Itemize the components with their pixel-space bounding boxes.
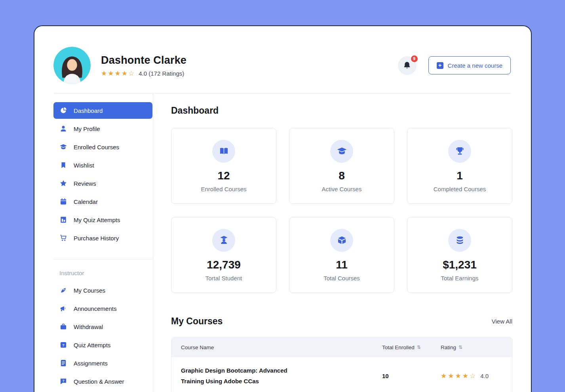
page-title: Dashboard — [171, 105, 512, 116]
column-total-enrolled: Total Enrolled ⇅ — [382, 344, 441, 350]
notifications-button[interactable]: 9 — [398, 56, 417, 75]
course-name[interactable]: Graphic Design Bootcamp: Advanced Traini… — [181, 365, 298, 386]
sidebar-item-enrolled-courses[interactable]: Enrolled Courses — [53, 139, 152, 155]
star-rating-icon: ★★★★☆ — [101, 70, 135, 77]
quiz-chart-icon — [59, 216, 67, 224]
sidebar-item-reviews[interactable]: Reviews — [53, 175, 152, 192]
header: Dashonte Clarke ★★★★☆ 4.0 (172 Ratings) … — [53, 44, 511, 87]
sidebar-item-label: Withdrawal — [74, 323, 103, 330]
stat-value: 1 — [457, 169, 463, 182]
column-rating: Rating ⇅ — [441, 344, 502, 350]
stat-card-total-courses: 11 Total Courses — [289, 217, 394, 293]
sidebar-item-label: My Profile — [74, 126, 100, 132]
stat-label: Completed Courses — [434, 186, 486, 192]
stat-label: Total Courses — [323, 275, 360, 282]
sidebar-item-label: My Courses — [74, 287, 105, 294]
dashboard-icon — [59, 107, 67, 114]
table-row[interactable]: Graphic Design Bootcamp: Advanced Traini… — [171, 357, 512, 392]
sidebar-item-label: Enrolled Courses — [74, 144, 119, 150]
sidebar-item-question-answer[interactable]: ? Question & Answer — [53, 373, 152, 390]
bell-icon — [403, 61, 411, 70]
stat-value: 11 — [336, 259, 348, 271]
sidebar-item-quiz-attempts[interactable]: ? Quiz Attempts — [53, 337, 152, 353]
sidebar-item-my-quiz-attempts[interactable]: My Quiz Attempts — [53, 211, 152, 228]
sidebar-item-label: Dashboard — [74, 107, 103, 114]
user-rating: ★★★★☆ 4.0 (172 Ratings) — [101, 70, 186, 77]
stat-card-enrolled-courses: 12 Enrolled Courses — [171, 128, 276, 204]
sidebar-item-label: Wishlist — [74, 162, 94, 169]
avatar — [53, 47, 91, 84]
sidebar-item-wishlist[interactable]: Wishlist — [53, 157, 152, 173]
assignment-icon — [59, 359, 67, 367]
sidebar-divider — [153, 93, 153, 392]
svg-text:?: ? — [62, 343, 65, 347]
create-course-button[interactable]: + Create a new course — [428, 56, 511, 74]
box-icon — [330, 229, 353, 252]
view-all-link[interactable]: View All — [492, 318, 512, 325]
sidebar-item-my-courses[interactable]: My Courses — [53, 282, 152, 299]
notification-badge: 9 — [410, 55, 419, 63]
stat-card-total-earnings: $1,231 Total Earnings — [407, 217, 512, 293]
rating-value: 4.0 — [480, 373, 489, 379]
sidebar-section-label: Instructor — [59, 270, 146, 276]
stat-value: 12 — [217, 169, 230, 182]
table-header-row: Course Name Total Enrolled ⇅ Rating ⇅ — [171, 337, 512, 357]
sidebar-item-label: Assignments — [74, 360, 108, 367]
person-icon — [59, 125, 67, 133]
graduation-cap-icon — [59, 143, 67, 151]
main-content: Dashboard 12 Enrolled Courses 8 Active C… — [171, 93, 512, 392]
star-rating-icon: ★★★★☆ — [441, 373, 477, 379]
stat-label: Active Courses — [322, 186, 362, 192]
bookmark-icon — [59, 161, 67, 169]
sidebar-item-label: Quiz Attempts — [74, 342, 110, 348]
stat-value: 12,739 — [207, 259, 241, 271]
student-icon — [212, 229, 235, 252]
header-actions: 9 + Create a new course — [398, 56, 511, 75]
courses-table: Course Name Total Enrolled ⇅ Rating ⇅ Gr… — [171, 337, 512, 392]
graduation-cap-icon — [330, 140, 353, 163]
sidebar-item-label: Announcements — [74, 305, 116, 312]
svg-text:?: ? — [62, 379, 64, 383]
sort-icon[interactable]: ⇅ — [458, 344, 462, 350]
chat-question-icon: ? — [59, 377, 67, 385]
plus-icon: + — [437, 62, 443, 69]
course-rating: ★★★★☆ 4.0 — [441, 373, 502, 379]
stat-value: $1,231 — [443, 259, 477, 271]
question-card-icon: ? — [59, 341, 67, 349]
stat-card-completed-courses: 1 Completed Courses — [407, 128, 512, 204]
sidebar-item-calendar[interactable]: Calendar — [53, 193, 152, 210]
create-course-label: Create a new course — [448, 62, 502, 69]
megaphone-icon — [59, 304, 67, 312]
sidebar-item-purchase-history[interactable]: Purchase History — [53, 230, 152, 246]
stat-label: Tortal Student — [205, 275, 242, 282]
stat-card-active-courses: 8 Active Courses — [289, 128, 394, 204]
coins-icon — [448, 229, 471, 252]
sidebar-item-label: Calendar — [74, 198, 98, 205]
sidebar-item-assignments[interactable]: Assignments — [53, 355, 152, 371]
column-course-name: Course Name — [181, 344, 382, 350]
sidebar-item-label: Reviews — [74, 180, 96, 187]
sidebar-item-label: My Quiz Attempts — [74, 217, 120, 223]
app-window: Dashonte Clarke ★★★★☆ 4.0 (172 Ratings) … — [34, 25, 532, 392]
my-courses-header: My Courses View All — [171, 316, 512, 327]
sidebar-item-announcements[interactable]: Announcements — [53, 300, 152, 317]
stat-card-total-students: 12,739 Tortal Student — [171, 217, 276, 293]
stat-value: 8 — [339, 169, 345, 182]
sidebar-item-label: Question & Answer — [74, 378, 124, 385]
stat-label: Total Earnings — [441, 275, 478, 282]
rocket-icon — [59, 286, 67, 294]
stat-label: Enrolled Courses — [201, 186, 246, 192]
sidebar: Dashboard My Profile Enrolled Courses Wi… — [53, 102, 152, 391]
stats-grid: 12 Enrolled Courses 8 Active Courses 1 C… — [171, 128, 512, 293]
rating-text: 4.0 (172 Ratings) — [139, 70, 184, 77]
sidebar-item-withdrawal[interactable]: Withdrawal — [53, 318, 152, 335]
course-total-enrolled: 10 — [382, 373, 441, 379]
sidebar-item-my-profile[interactable]: My Profile — [53, 120, 152, 137]
sidebar-item-dashboard[interactable]: Dashboard — [53, 102, 152, 119]
my-courses-title: My Courses — [171, 316, 223, 327]
sort-icon[interactable]: ⇅ — [417, 344, 421, 350]
cart-icon — [59, 234, 67, 242]
book-icon — [212, 140, 235, 163]
user-name: Dashonte Clarke — [101, 54, 186, 67]
calendar-icon — [59, 198, 67, 206]
